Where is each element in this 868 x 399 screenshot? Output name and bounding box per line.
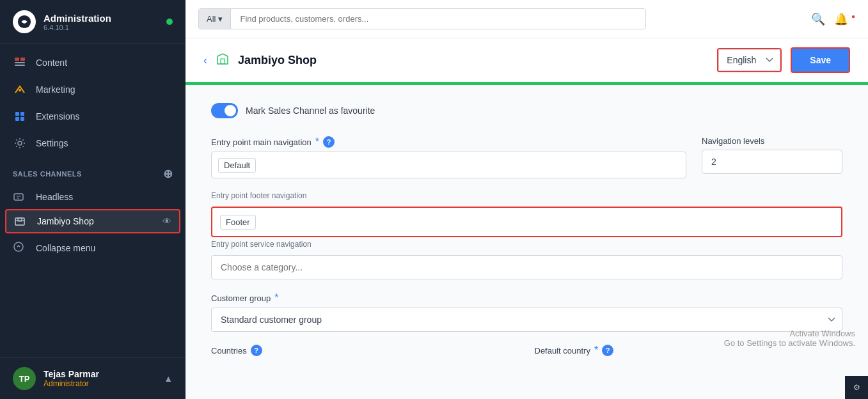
sidebar-nav: Content Marketing Extensions — [0, 44, 185, 357]
sidebar-item-settings-label: Settings — [36, 138, 68, 148]
app-info: Administration 6.4.10.1 — [43, 13, 111, 31]
add-sales-channel-icon[interactable]: ⊕ — [163, 167, 173, 181]
customer-group-required: * — [274, 292, 278, 304]
sidebar-item-extensions[interactable]: Extensions — [0, 103, 185, 130]
user-name: Tejas Parmar — [43, 369, 99, 379]
svg-rect-2 — [20, 58, 25, 61]
entry-footer-nav-label: Entry point footer navigation — [211, 191, 842, 200]
required-indicator: * — [315, 136, 319, 148]
entry-main-nav-group: Entry point main navigation * ? Default — [211, 136, 686, 178]
search-input[interactable] — [231, 9, 645, 29]
shop-icon — [14, 215, 28, 227]
shopware-badge: ⚙ — [845, 376, 868, 399]
favourite-toggle-row: Mark Sales Channel as favourite — [211, 103, 842, 118]
svg-rect-3 — [15, 62, 25, 63]
nav-levels-input[interactable] — [702, 150, 842, 174]
help-icon-countries[interactable]: ? — [251, 345, 262, 356]
user-role: Administrator — [43, 379, 99, 388]
help-icon-default-country[interactable]: ? — [602, 345, 613, 356]
topbar-icons: 🔍 🔔 ● — [811, 12, 855, 26]
app-name: Administration — [43, 13, 111, 24]
main-content: All ▾ 🔍 🔔 ● ‹ Jambiyo Shop English G — [185, 0, 868, 399]
sidebar-header: Administration 6.4.10.1 — [0, 0, 185, 44]
sidebar-item-content-label: Content — [36, 58, 67, 68]
main-nav-tag: Default — [218, 158, 256, 173]
user-chevron-icon: ▲ — [164, 373, 173, 384]
status-dot — [166, 19, 173, 25]
language-selector-wrapper: English German French — [717, 48, 782, 72]
sidebar-item-extensions-label: Extensions — [36, 111, 79, 121]
countries-row: Countries ? Default country * ? — [211, 345, 842, 356]
nav-levels-group: Navigation levels — [702, 136, 842, 174]
favourite-toggle-label: Mark Sales Channel as favourite — [246, 106, 375, 116]
sidebar-item-marketing[interactable]: Marketing — [0, 76, 185, 103]
sales-channels-label: Sales Channels — [13, 170, 82, 178]
sidebar-item-settings[interactable]: Settings — [0, 130, 185, 157]
customer-group-label: Customer group * — [211, 292, 842, 304]
search-icon[interactable]: 🔍 — [811, 12, 825, 26]
footer-nav-tag-input[interactable]: Footer — [211, 207, 842, 237]
svg-rect-15 — [221, 59, 225, 64]
eye-icon[interactable]: 👁 — [162, 216, 171, 226]
app-logo — [13, 10, 36, 33]
entry-service-nav-group: Entry point service navigation — [211, 240, 842, 279]
main-nav-tag-input[interactable]: Default — [211, 152, 686, 178]
shopware-icon: ⚙ — [853, 383, 860, 392]
svg-rect-4 — [15, 65, 25, 66]
page-header: ‹ Jambiyo Shop English German French Sav… — [185, 38, 868, 83]
footer-tag: Footer — [220, 215, 256, 230]
svg-rect-11 — [14, 194, 23, 200]
sidebar-item-headless-label: Headless — [36, 192, 73, 202]
save-button[interactable]: Save — [791, 47, 850, 73]
user-info: Tejas Parmar Administrator — [43, 369, 99, 388]
search-filter-chevron: ▾ — [218, 14, 223, 24]
settings-icon — [13, 137, 27, 149]
customer-group-section: Customer group * Standard customer group — [211, 292, 842, 332]
page-header-icon — [216, 52, 229, 68]
user-profile[interactable]: TP Tejas Parmar Administrator ▲ — [0, 357, 185, 399]
sales-channels-section: Sales Channels ⊕ — [0, 157, 185, 185]
headless-icon — [13, 191, 27, 203]
countries-label: Countries ? — [211, 345, 519, 356]
svg-rect-6 — [15, 112, 19, 116]
default-country-label: Default country * ? — [535, 345, 843, 356]
app-version: 6.4.10.1 — [43, 24, 111, 31]
search-bar: All ▾ — [198, 8, 646, 29]
toggle-knob — [225, 105, 236, 116]
sidebar-item-content[interactable]: Content — [0, 49, 185, 76]
topbar: All ▾ 🔍 🔔 ● — [185, 0, 868, 38]
language-selector[interactable]: English German French — [718, 49, 780, 71]
content-icon — [13, 57, 27, 68]
entry-footer-nav-group: Entry point footer navigation Footer — [211, 191, 842, 237]
entry-service-nav-label: Entry point service navigation — [211, 240, 842, 249]
svg-rect-1 — [15, 58, 19, 61]
sidebar-item-jambiyo-label: Jambiyo Shop — [37, 216, 94, 226]
help-icon-main-nav[interactable]: ? — [323, 136, 335, 148]
favourite-toggle[interactable] — [211, 103, 238, 118]
search-filter-btn[interactable]: All ▾ — [199, 9, 231, 29]
svg-point-10 — [18, 141, 22, 145]
marketing-icon — [13, 84, 27, 95]
service-nav-input[interactable] — [211, 255, 842, 279]
sidebar-item-jambiyo-shop[interactable]: Jambiyo Shop 👁 — [5, 209, 180, 233]
content-area: Mark Sales Channel as favourite Entry po… — [185, 85, 868, 399]
sidebar-item-marketing-label: Marketing — [36, 84, 75, 95]
entry-main-nav-row: Entry point main navigation * ? Default … — [211, 136, 842, 178]
sidebar: Administration 6.4.10.1 Content — [0, 0, 185, 399]
page-title: Jambiyo Shop — [238, 54, 708, 67]
collapse-menu-btn[interactable]: Collapse menu — [0, 233, 185, 262]
svg-rect-8 — [15, 117, 19, 121]
notification-icon[interactable]: 🔔 ● — [834, 12, 855, 26]
default-country-required: * — [594, 345, 598, 356]
collapse-icon — [13, 241, 27, 254]
entry-main-nav-label: Entry point main navigation * ? — [211, 136, 686, 148]
footer-nav-section-wrapper: Entry point footer navigation Footer — [211, 191, 842, 237]
extensions-icon — [13, 111, 27, 122]
svg-point-5 — [19, 89, 21, 91]
collapse-label: Collapse menu — [36, 243, 95, 253]
svg-point-14 — [14, 242, 23, 251]
back-button[interactable]: ‹ — [203, 54, 207, 67]
customer-group-select[interactable]: Standard customer group — [211, 308, 842, 332]
sidebar-item-headless[interactable]: Headless — [0, 185, 185, 209]
search-filter-label: All — [207, 14, 216, 24]
